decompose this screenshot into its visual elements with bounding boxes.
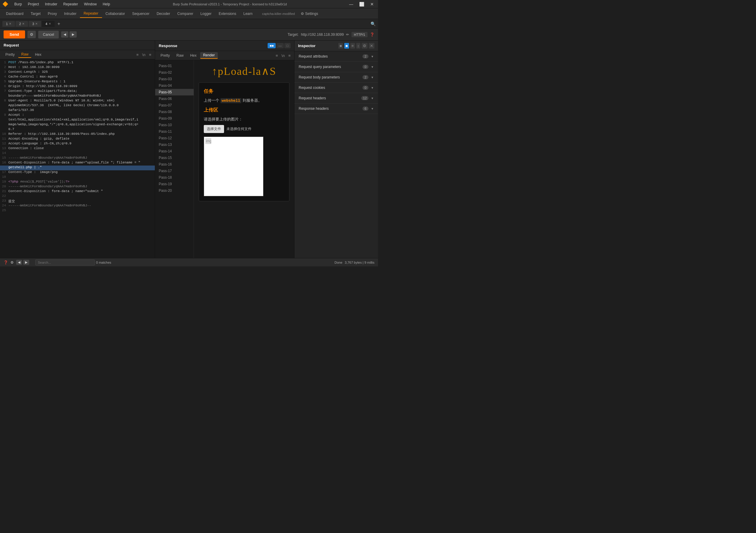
response-options-icon[interactable]: ≡ <box>275 53 279 59</box>
help-icon[interactable]: ❓ <box>370 33 374 37</box>
request-newline-icon[interactable]: \n <box>141 52 147 58</box>
inspector-close-icon[interactable]: ✕ <box>369 43 374 49</box>
inspector-section-header-resp-headers[interactable]: Response headers 6 ▼ <box>294 103 378 114</box>
add-tab-button[interactable]: + <box>55 20 63 28</box>
cancel-button[interactable]: Cancel <box>38 31 59 39</box>
gear-icon[interactable]: ⚙ <box>11 260 14 265</box>
nav-intruder[interactable]: Intruder <box>61 10 80 17</box>
repeater-tab-3[interactable]: 3 ✕ <box>29 21 41 27</box>
pass-item-17[interactable]: Pass-17 <box>155 168 194 174</box>
inspector-section-header-request-attributes[interactable]: Request attributes 2 ▼ <box>294 51 378 62</box>
choose-file-button[interactable]: 选择文件 <box>204 125 224 133</box>
nav-back-button[interactable]: ◀ <box>61 31 68 38</box>
pass-item-05[interactable]: Pass-05 <box>155 89 194 95</box>
response-tab-pretty[interactable]: Pretty <box>157 52 173 59</box>
nav-sequencer[interactable]: Sequencer <box>129 10 153 17</box>
match-count: 0 matches <box>96 261 111 264</box>
response-newline-icon[interactable]: \n <box>281 53 286 59</box>
repeater-tab-1[interactable]: 1 ✕ <box>2 21 15 27</box>
response-tab-raw[interactable]: Raw <box>173 52 186 59</box>
back-button[interactable]: ◀ <box>16 260 22 265</box>
nav-decoder[interactable]: Decoder <box>153 10 174 17</box>
webshell-label: webshell <box>221 98 241 103</box>
help-icon[interactable]: ❓ <box>4 260 8 265</box>
pass-item-19[interactable]: Pass-19 <box>155 181 194 187</box>
minimize-button[interactable]: — <box>347 1 355 7</box>
inspector-section-header-req-headers[interactable]: Request headers 12 ▼ <box>294 93 378 103</box>
close-tab-2-icon[interactable]: ✕ <box>22 22 24 25</box>
edit-target-icon[interactable]: ✏ <box>346 33 349 37</box>
send-options-button[interactable]: ⚙ <box>27 31 36 38</box>
request-tab-hex[interactable]: Hex <box>32 52 44 58</box>
no-file-text: 未选择任何文件 <box>227 126 252 132</box>
inspector-view-btn-1[interactable]: ■ <box>338 43 343 49</box>
nav-dashboard[interactable]: Dashboard <box>2 10 27 17</box>
response-tab-render[interactable]: Render <box>200 52 218 59</box>
nav-captcha-killer[interactable]: captcha-killer-modified <box>258 10 298 17</box>
menu-repeater[interactable]: Repeater <box>61 2 80 7</box>
forward-button[interactable]: ▶ <box>23 260 29 265</box>
close-tab-1-icon[interactable]: ✕ <box>9 22 11 25</box>
response-tab-hex[interactable]: Hex <box>187 52 199 59</box>
view-toggle-horiz[interactable]: — <box>276 43 284 48</box>
response-wrap-icon[interactable]: ≡ <box>287 53 292 59</box>
nav-extensions[interactable]: Extensions <box>215 10 240 17</box>
view-toggle-single[interactable]: □ <box>284 43 291 48</box>
nav-repeater[interactable]: Repeater <box>80 10 102 18</box>
send-button[interactable]: Send <box>4 30 25 39</box>
nav-learn[interactable]: Learn <box>240 10 256 17</box>
pass-item-16[interactable]: Pass-16 <box>155 161 194 168</box>
search-icon[interactable]: 🔍 <box>370 21 376 26</box>
pass-item-03[interactable]: Pass-03 <box>155 76 194 82</box>
pass-item-07[interactable]: Pass-07 <box>155 102 194 109</box>
search-input[interactable] <box>35 259 95 265</box>
inspector-section-header-body-params[interactable]: Request body parameters 2 ▼ <box>294 72 378 82</box>
request-tab-pretty[interactable]: Pretty <box>2 52 17 58</box>
pass-item-13[interactable]: Pass-13 <box>155 141 194 148</box>
nav-fwd-button[interactable]: ▶ <box>69 31 77 38</box>
inspector-view-btn-2[interactable]: ■ <box>344 43 349 49</box>
menu-project[interactable]: Project <box>25 2 41 7</box>
nav-proxy[interactable]: Proxy <box>44 10 61 17</box>
close-tab-3-icon[interactable]: ✕ <box>35 22 38 25</box>
menu-bar: Burp Project Intruder Repeater Window He… <box>12 2 113 7</box>
nav-target[interactable]: Target <box>27 10 44 17</box>
settings-button[interactable]: ⚙ Settings <box>301 12 318 16</box>
pass-item-12[interactable]: Pass-12 <box>155 135 194 141</box>
pass-item-09[interactable]: Pass-09 <box>155 115 194 122</box>
inspector-gear-icon[interactable]: ⚙ <box>362 43 367 49</box>
pass-item-06[interactable]: Pass-06 <box>155 95 194 102</box>
close-button[interactable]: ✕ <box>368 1 376 7</box>
request-options-icon[interactable]: ≡ <box>135 52 140 58</box>
request-tab-raw[interactable]: Raw <box>18 51 31 58</box>
pass-item-10[interactable]: Pass-10 <box>155 122 194 128</box>
pass-item-18[interactable]: Pass-18 <box>155 174 194 181</box>
nav-collaborator[interactable]: Collaborator <box>102 10 129 17</box>
menu-intruder[interactable]: Intruder <box>43 2 60 7</box>
menu-window[interactable]: Window <box>81 2 99 7</box>
maximize-button[interactable]: ⬜ <box>357 1 366 7</box>
repeater-tab-2[interactable]: 2 ✕ <box>15 21 28 27</box>
protocol-badge[interactable]: HTTP/1 <box>351 32 367 37</box>
close-tab-4-icon[interactable]: ✕ <box>49 22 51 25</box>
pass-item-01[interactable]: Pass-01 <box>155 63 194 69</box>
repeater-tab-4[interactable]: 4 ✕ <box>42 21 54 27</box>
pass-item-20[interactable]: Pass-20 <box>155 187 194 194</box>
pass-item-15[interactable]: Pass-15 <box>155 154 194 161</box>
view-toggle-split[interactable]: ■■ <box>268 43 276 48</box>
inspector-section-header-query-params[interactable]: Request query parameters 0 ▼ <box>294 62 378 72</box>
pass-item-08[interactable]: Pass-08 <box>155 109 194 115</box>
nav-comparer[interactable]: Comparer <box>174 10 197 17</box>
pass-item-02[interactable]: Pass-02 <box>155 69 194 76</box>
pass-item-04[interactable]: Pass-04 <box>155 82 194 89</box>
inspector-section-header-cookies[interactable]: Request cookies 0 ▼ <box>294 83 378 93</box>
request-wrap-icon[interactable]: ≡ <box>148 52 152 58</box>
inspector-swap-icon[interactable]: ↕ <box>356 43 361 49</box>
pass-item-14[interactable]: Pass-14 <box>155 148 194 154</box>
inspector-arrange-icon[interactable]: ≡ <box>350 43 355 49</box>
pass-item-11[interactable]: Pass-11 <box>155 128 194 135</box>
request-body[interactable]: 1 POST /Pass-05/index.php HTTP/1.1 2 Hos… <box>0 59 155 258</box>
menu-burp[interactable]: Burp <box>12 2 24 7</box>
menu-help[interactable]: Help <box>100 2 113 7</box>
nav-logger[interactable]: Logger <box>197 10 215 17</box>
